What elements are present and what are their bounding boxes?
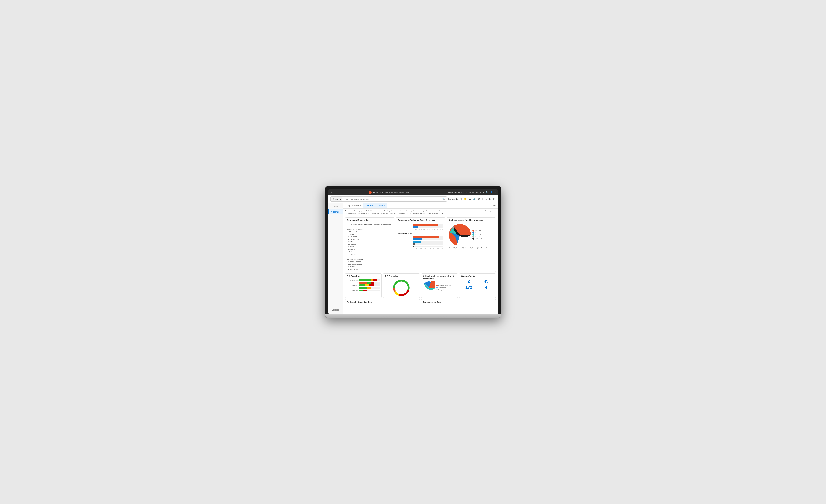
main-layout: + + New ⌂ Home < Collapse My Dashboard D…	[328, 203, 498, 314]
axis-3500: 3500	[440, 229, 444, 230]
top-bar: ⊞ i Informatica Data Governance and Cata…	[328, 189, 498, 195]
ta-bar-5	[398, 246, 444, 248]
axis-1000: 1000	[419, 229, 422, 230]
dq-seg-green2	[367, 282, 371, 284]
dq-label-consistency: Consistency	[347, 285, 359, 286]
legend-process-dot	[472, 232, 474, 234]
browse-cloud-icon[interactable]: ☁	[468, 197, 472, 201]
sidebar-collapse[interactable]: < Collapse	[328, 307, 343, 312]
dq-seg-green	[359, 279, 371, 281]
widget-critical-title: Critical business assets without stakeho…	[421, 273, 458, 280]
laptop-base	[325, 314, 501, 318]
critical-legend-bt: Business Term: 172	[436, 285, 451, 286]
widget-gloss-title: Gloss w/out O...	[459, 273, 496, 278]
tabs-row: My Dashboard DG & DQ Dashboard ⋯	[343, 203, 498, 208]
proc-label: Process: 53	[438, 287, 446, 289]
ta-bar-3	[398, 241, 444, 243]
browse-grid-icon[interactable]: ⊟	[493, 197, 496, 201]
dq-seg-green5	[359, 290, 363, 292]
ta-track-1	[413, 236, 444, 238]
expand-icon[interactable]: ⊞	[330, 191, 332, 194]
dq-row-completeness: Completeness	[347, 279, 380, 281]
new-button[interactable]: + + New	[328, 204, 343, 209]
widget-business-assets-pie: Business assets (besides glossary)	[447, 217, 496, 272]
ta-fill-3	[413, 241, 421, 243]
widget-bvt-body: 0 500 1000 1500 2000 2500 3000 3500	[396, 222, 445, 251]
widget-gloss-body: 2 DOMAIN 49 SUB DOMAIN 172 BUSINESS TERM	[459, 278, 496, 292]
tab-dg-dq-dashboard[interactable]: DG & DQ Dashboard	[363, 203, 387, 208]
ta-fill-5	[413, 246, 414, 248]
list-item: Processes	[348, 243, 393, 246]
gloss-lbl-subdomain: SUB DOMAIN	[478, 283, 494, 285]
bar-track-1	[413, 224, 444, 226]
dropdown-icon[interactable]: ▾	[483, 191, 484, 193]
bar-track-2	[413, 227, 444, 228]
tab-my-dashboard[interactable]: My Dashboard	[345, 203, 363, 208]
gloss-num-subdomain: 49	[478, 279, 494, 283]
axis-2000: 2000	[427, 229, 430, 230]
widget-processes-type: Processes by Type	[421, 299, 496, 312]
dq-seg-green3	[359, 285, 366, 286]
gloss-lbl-metric: METRIC	[478, 290, 494, 291]
axis-0: 0	[413, 229, 414, 230]
sidebar-home-label: Home	[333, 211, 339, 213]
list-item: Metric	[348, 241, 393, 243]
browse-envelope-icon[interactable]: ✉	[489, 197, 492, 201]
axis-500: 500	[415, 229, 417, 230]
search-icon[interactable]: 🔍	[486, 191, 488, 193]
browse-table-icon[interactable]: ⊞	[459, 197, 462, 201]
ta-bar-1	[398, 236, 444, 238]
search-input-wrap[interactable]: Basic 🔍	[330, 196, 447, 201]
dq-row-timeliness: Timeliness	[347, 290, 380, 292]
tabs: My Dashboard DG & DQ Dashboard	[345, 203, 388, 208]
user-icon[interactable]: 👤	[490, 191, 493, 193]
legend-process-label: Process: 54	[475, 232, 482, 234]
desc-intro: This dashboard will give oversights on b…	[347, 223, 393, 228]
bvt-chart: 0 500 1000 1500 2000 2500 3000 3500	[398, 223, 444, 231]
widget-pt-body	[421, 305, 496, 312]
widget-dq-overview-body: Completeness Validity	[345, 278, 381, 293]
browse-link-icon[interactable]: 🔗	[473, 197, 476, 201]
dq-seg-red3	[369, 285, 374, 286]
list-item: Domain	[348, 233, 393, 236]
app-title: Informatica	[373, 191, 382, 193]
dq-row-accuracy: Accuracy	[347, 287, 380, 289]
user-label: hawkupgrade_July22-fromselfservice	[448, 191, 481, 193]
pie-note: Policy (91), Process (54), System (7), D…	[448, 247, 494, 249]
ta-track-2	[413, 239, 444, 240]
dashboard-grid-row2: DQ Overview Completeness	[343, 273, 498, 299]
top-bar-right: hawkupgrade_July22-fromselfservice ▾ 🔍 👤…	[448, 191, 496, 193]
desc-business-list: Glossary Objects: Domain SubDomain Busin…	[347, 231, 393, 258]
widget-bap-body: Policy: 91 Process: 54 System: 7	[447, 222, 496, 250]
legend-policy-dot	[472, 230, 474, 232]
axis-2500: 2500	[432, 229, 434, 230]
dq-seg-yellow	[365, 285, 369, 286]
pie-container: Policy: 91 Process: 54 System: 7	[448, 223, 494, 247]
help-icon[interactable]: ?	[494, 191, 496, 193]
bar-fill-1	[413, 224, 438, 226]
widget-business-vs-technical: Business vs Technical Asset Overview	[396, 217, 445, 272]
tabs-more-icon[interactable]: ⋯	[493, 204, 496, 207]
list-item: Policies	[348, 246, 393, 248]
sidebar-item-home[interactable]: ⌂ Home	[328, 209, 343, 214]
critical-pie-chart	[422, 281, 435, 294]
list-item: Calculations	[348, 268, 393, 271]
search-type-select[interactable]: Basic	[331, 197, 342, 201]
dq-seg-orange	[371, 279, 373, 281]
legend-policy-label: Policy: 91	[475, 230, 481, 232]
widget-pt-title: Processes by Type	[421, 300, 496, 305]
critical-legend-pol: Policy: 89	[436, 289, 451, 291]
dot-proc	[436, 287, 437, 288]
widget-dq-overview: DQ Overview Completeness	[345, 273, 381, 298]
gloss-lbl-domain: DOMAIN	[461, 283, 477, 285]
critical-legend-proc: Process: 53	[436, 287, 451, 289]
bvt-axis: 0 500 1000 1500 2000 2500 3000 3500	[398, 229, 444, 230]
gloss-num-bt: 172	[461, 286, 477, 290]
search-submit-button[interactable]: 🔍	[441, 198, 447, 200]
browse-tag-icon[interactable]: 🏷	[484, 197, 488, 201]
browse-bell-icon[interactable]: 🔔	[463, 197, 467, 201]
browse-target-icon[interactable]: ⊙	[478, 197, 481, 201]
legend-dataset-label: Dataset: 0	[475, 236, 481, 238]
search-input[interactable]	[342, 198, 441, 200]
technical-assets-subtitle: Technical Assets	[398, 233, 444, 235]
